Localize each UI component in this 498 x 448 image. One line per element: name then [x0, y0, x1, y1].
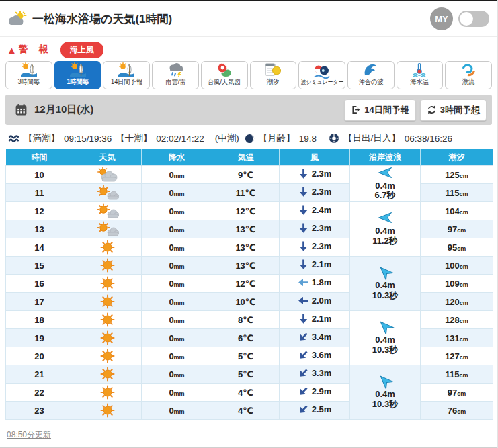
precip-cell: 0mm — [142, 257, 212, 275]
date-bar-buttons: 14日間予報3時間予想 — [344, 99, 487, 121]
date-display: 12月10日(水) — [13, 103, 93, 116]
forecast-row-13: 130mm13℃2.3m97cm — [6, 220, 493, 238]
column-header: 沿岸波浪 — [350, 150, 421, 166]
forecast-row-11: 110mm11℃2.3m115cm — [6, 184, 493, 202]
weather-cell — [73, 311, 142, 329]
tidal-current-icon — [460, 62, 476, 77]
tab-current[interactable]: 潮流 — [445, 61, 492, 89]
time-cell: 13 — [6, 220, 73, 238]
tide-cell: 131cm — [421, 329, 493, 347]
precip-cell: 0mm — [142, 238, 212, 257]
offshore-wave-icon — [363, 62, 379, 77]
temp-cell: 9℃ — [212, 166, 280, 184]
sea-temperature-icon — [411, 62, 427, 77]
tab-1hourly[interactable]: 1時間毎 — [54, 61, 101, 89]
wind-direction-arrow-icon — [298, 259, 309, 270]
wave-period: 6.7秒 — [350, 191, 420, 201]
column-header: 潮汐 — [421, 150, 493, 166]
weather-cell — [73, 220, 142, 238]
wind-direction-arrow-icon — [295, 328, 311, 345]
forecast-row-19: 190mm6℃3.4m131cm — [6, 329, 493, 347]
column-header: 降水 — [142, 150, 212, 166]
coastal-wave-cell: 0.4m10.3秒 — [350, 365, 421, 420]
wind-direction-arrow-icon — [298, 240, 309, 252]
column-header: 風 — [280, 150, 350, 166]
wind-cell: 2.3m — [280, 238, 350, 257]
wave-direction-arrow-icon — [378, 212, 392, 224]
3hour-forecast-button[interactable]: 3時間予想 — [420, 99, 487, 121]
low-tide-value: 02:02/14:22 — [156, 134, 204, 144]
tide-cell: 76cm — [421, 402, 493, 420]
coastal-wave-cell: 0.4m6.7秒 — [350, 166, 421, 202]
high-tide-value: 09:15/19:36 — [64, 134, 112, 144]
sun-surf-icon — [69, 62, 87, 77]
warning-triangle-icon: ▲ — [7, 45, 17, 55]
cloud-sun-icon — [96, 167, 119, 183]
wind-direction-arrow-icon — [295, 347, 311, 363]
tide-times-icon — [8, 133, 19, 144]
switch-icon — [427, 105, 437, 115]
tab-tide[interactable]: 潮汐 — [250, 61, 297, 89]
calendar-icon — [15, 103, 28, 116]
temp-cell: 5℃ — [212, 347, 280, 365]
high-tide-label: 【満潮】 — [24, 132, 60, 144]
coastal-wave-cell: 0.4m10.3秒 — [350, 257, 421, 311]
wave-period: 10.3秒 — [350, 291, 420, 301]
weather-page: 一松海水浴場の天気(1時間) MY ▲ 警 報 海上風 3時間毎1時間毎14日間… — [0, 0, 498, 448]
tab-sea-temp[interactable]: 海水温 — [397, 61, 444, 89]
wind-cell: 3.4m — [280, 329, 350, 347]
time-cell: 17 — [6, 293, 73, 311]
tab-3hourly[interactable]: 3時間毎 — [5, 61, 52, 89]
warning-link[interactable]: ▲ 警 報 — [7, 44, 52, 56]
temp-cell: 10℃ — [212, 293, 280, 311]
wave-direction-arrow-icon — [376, 317, 395, 336]
wind-cell: 2.3m — [280, 184, 350, 202]
tide-cell: 127cm — [421, 347, 493, 365]
tide-phase: (中潮) — [215, 132, 239, 144]
tide-cell: 95cm — [421, 238, 493, 257]
wave-direction-arrow-icon — [378, 167, 392, 179]
column-header: 天気 — [73, 150, 142, 166]
sunny-icon — [99, 384, 116, 400]
external-link-icon — [351, 105, 361, 115]
weather-cell — [73, 166, 142, 184]
sun-surf-icon — [20, 62, 38, 77]
tab-bar: 3時間毎1時間毎14日間予報雨雲/雷台風/天気図潮汐波シミュレーター沖合の波海水… — [5, 61, 492, 89]
tab-typhoon[interactable]: 台風/天気図 — [201, 61, 248, 89]
forecast-row-10: 100mm9℃2.3m0.4m6.7秒125cm — [6, 166, 493, 184]
tab-14day[interactable]: 14日間予報 — [103, 61, 150, 89]
tab-radar[interactable]: 雨雲/雷 — [152, 61, 199, 89]
precip-cell: 0mm — [142, 220, 212, 238]
forecast-table-body: 100mm9℃2.3m0.4m6.7秒125cm110mm11℃2.3m115c… — [6, 166, 493, 420]
time-cell: 15 — [6, 257, 73, 275]
sunrise-icon — [329, 133, 339, 144]
temp-cell: 4℃ — [212, 384, 280, 402]
wind-direction-arrow-icon — [298, 168, 309, 179]
sea-wind-alert-badge[interactable]: 海上風 — [60, 42, 103, 58]
precip-cell: 0mm — [142, 275, 212, 293]
weather-cell — [73, 365, 142, 384]
precip-cell: 0mm — [142, 365, 212, 384]
sunny-icon — [99, 348, 116, 364]
my-toggle[interactable] — [458, 11, 489, 27]
button-label: 14日間予報 — [364, 104, 409, 116]
my-button[interactable]: MY — [430, 7, 453, 30]
wind-cell: 2.1m — [280, 311, 350, 329]
update-time-link[interactable]: 08:50分更新 — [7, 430, 51, 439]
wind-direction-arrow-icon — [298, 313, 309, 324]
tide-cell: 100cm — [421, 257, 493, 275]
forecast-row-22: 220mm4℃2.9m97cm — [6, 384, 493, 402]
column-header: 時間 — [6, 150, 73, 166]
tab-offshore[interactable]: 沖合の波 — [347, 61, 395, 89]
weather-cell — [73, 384, 142, 402]
toggle-knob — [460, 12, 473, 26]
time-cell: 12 — [6, 202, 73, 220]
low-tide-label: 【干潮】 — [116, 132, 152, 144]
tab-wave-sim[interactable]: 波シミュレーター — [298, 61, 345, 89]
header-actions: MY — [430, 7, 489, 30]
wind-direction-arrow-icon — [298, 222, 309, 234]
14day-forecast-button[interactable]: 14日間予報 — [344, 99, 415, 121]
forecast-table: 時間天気降水気温風沿岸波浪潮汐 100mm9℃2.3m0.4m6.7秒125cm… — [5, 149, 493, 420]
tide-calendar-icon — [264, 62, 282, 77]
time-cell: 16 — [6, 275, 73, 293]
